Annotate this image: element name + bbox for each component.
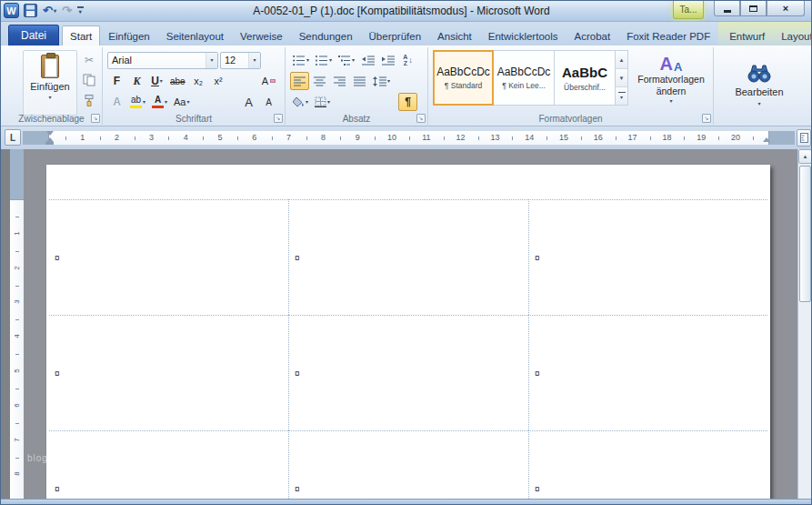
maximize-button[interactable]	[740, 1, 767, 16]
table-cell[interactable]: ¤	[288, 315, 528, 430]
bold-button[interactable]: F	[107, 72, 126, 90]
tab-datei[interactable]: Datei	[8, 25, 59, 45]
strikethrough-button[interactable]: abe	[167, 72, 188, 90]
tab-acrobat[interactable]: Acrobat	[566, 25, 619, 45]
ruler-toggle-button[interactable]	[797, 129, 811, 146]
highlight-color-button[interactable]: ab ▾	[127, 93, 148, 111]
grow-font-button[interactable]: A	[239, 93, 258, 111]
ruler-tick	[15, 251, 19, 252]
superscript-button[interactable]: x²	[209, 72, 228, 90]
style-item-standard[interactable]: AaBbCcDc ¶ Standard	[433, 50, 494, 106]
tab-einf-gen[interactable]: Einfügen	[100, 25, 157, 45]
title-bar: W ↶▾ ↷ ▾ A-0052-01_P (1).doc [Kompatibil…	[1, 1, 811, 22]
tab-layout[interactable]: Layout	[773, 25, 812, 45]
table-cell[interactable]: ¤	[528, 199, 767, 315]
change-case-icon: Aa	[174, 96, 185, 107]
close-button[interactable]: ×	[767, 1, 805, 16]
font-size-select[interactable]: 12 ▾	[220, 52, 261, 69]
show-formatting-marks-button[interactable]: ¶	[398, 93, 417, 111]
undo-button[interactable]: ↶▾	[42, 3, 57, 18]
table-cell[interactable]: ¤	[49, 315, 288, 430]
vertical-ruler[interactable]: 12345678	[10, 149, 24, 499]
dialog-launcher-icon[interactable]: ↘	[91, 114, 100, 123]
font-name-value: Arial	[112, 55, 132, 66]
font-name-select[interactable]: Arial ▾	[107, 52, 218, 69]
increase-indent-button[interactable]	[378, 51, 397, 69]
subscript-button[interactable]: x₂	[189, 72, 208, 90]
table-cell[interactable]: ¤	[528, 430, 767, 499]
minimize-button[interactable]	[714, 1, 740, 16]
sort-button[interactable]: AZ ↓	[398, 51, 417, 69]
align-right-button[interactable]	[330, 72, 349, 90]
vertical-scrollbar[interactable]: ▲	[797, 149, 811, 499]
tab-verweise[interactable]: Verweise	[232, 25, 291, 45]
dialog-launcher-icon[interactable]: ↘	[416, 114, 426, 123]
italic-button[interactable]: K	[127, 72, 146, 90]
borders-button[interactable]: ▾	[312, 93, 333, 111]
align-center-button[interactable]	[310, 72, 329, 90]
numbering-button[interactable]: ▾	[313, 51, 335, 69]
bullets-button[interactable]: ▾	[290, 51, 312, 69]
table-tools-contextual-tab[interactable]: Ta...	[673, 1, 704, 19]
scroll-up-icon[interactable]: ▲	[798, 149, 811, 164]
tab--berpr-fen[interactable]: Überprüfen	[361, 25, 430, 45]
multilevel-list-button[interactable]: ▾	[336, 51, 357, 69]
watermark: blog	[27, 453, 48, 463]
multilevel-list-icon	[338, 56, 351, 66]
hanging-indent-marker[interactable]	[46, 134, 54, 142]
ruler-tick	[650, 136, 651, 140]
tab-entwurf[interactable]: Entwurf	[721, 25, 773, 45]
gallery-up-icon[interactable]: ▲	[616, 51, 627, 69]
editing-button[interactable]: Bearbeiten ▾	[719, 51, 799, 118]
left-indent-marker[interactable]	[45, 142, 54, 145]
word-logo-icon[interactable]: W	[4, 3, 19, 18]
qat-customize-button[interactable]: ▾	[76, 3, 85, 18]
paste-button[interactable]: Einfügen ▾	[23, 50, 77, 116]
ruler-tick	[203, 136, 204, 140]
text-effects-button[interactable]: A	[107, 93, 126, 111]
document-page[interactable]: ¤¤¤¤¤¤¤¤¤	[46, 165, 770, 499]
shrink-font-button[interactable]: A	[259, 93, 278, 111]
dialog-launcher-icon[interactable]: ↘	[274, 114, 283, 123]
align-left-button[interactable]	[290, 72, 309, 90]
tab-foxit-reader-pdf[interactable]: Foxit Reader PDF	[618, 25, 718, 45]
save-button[interactable]	[23, 3, 38, 18]
decrease-indent-button[interactable]	[358, 51, 377, 69]
chevron-down-icon[interactable]: ▾	[248, 53, 260, 68]
horizontal-ruler[interactable]: 1234567891011121314151617181920	[23, 131, 795, 145]
table-cell[interactable]: ¤	[288, 430, 528, 499]
left-edge	[1, 149, 10, 499]
tab-seitenlayout[interactable]: Seitenlayout	[158, 25, 232, 45]
line-spacing-button[interactable]: ▾	[370, 72, 393, 90]
style-item-kein-leerraum[interactable]: AaBbCcDc ¶ Kein Lee...	[494, 50, 555, 106]
scrollbar-thumb[interactable]	[799, 166, 811, 302]
underline-button[interactable]: U▾	[147, 72, 166, 90]
font-color-button[interactable]: A ▾	[149, 93, 170, 111]
change-styles-button[interactable]: AA Formatvorlagen ändern ▾	[634, 50, 708, 110]
clear-formatting-button[interactable]: A	[259, 72, 278, 90]
justify-button[interactable]	[350, 72, 369, 90]
format-painter-button[interactable]	[80, 92, 98, 108]
copy-button[interactable]	[80, 72, 98, 88]
format-painter-icon	[84, 95, 95, 106]
chevron-down-icon[interactable]: ▾	[206, 53, 217, 68]
table-cell[interactable]: ¤	[288, 199, 528, 315]
ruler-number: 5	[13, 366, 21, 377]
tab-start[interactable]: Start	[62, 25, 100, 45]
tab-sendungen[interactable]: Sendungen	[291, 25, 361, 45]
table-cell[interactable]: ¤	[528, 315, 767, 430]
gallery-more-button[interactable]: ▾	[616, 87, 627, 105]
right-indent-marker[interactable]	[763, 134, 770, 142]
change-case-button[interactable]: Aa▾	[171, 93, 192, 111]
gallery-down-icon[interactable]: ▼	[616, 69, 627, 87]
tab-entwicklertools[interactable]: Entwicklertools	[480, 25, 566, 45]
table-cell[interactable]: ¤	[49, 199, 288, 315]
redo-button[interactable]: ↷	[61, 3, 73, 18]
style-item-ueberschrift[interactable]: AaBbC Überschrif...	[555, 50, 616, 106]
shading-button[interactable]: ▾	[290, 93, 311, 111]
dialog-launcher-icon[interactable]: ↘	[702, 114, 711, 123]
cut-button[interactable]: ✂	[80, 52, 98, 68]
tab-stop-selector[interactable]: L	[5, 129, 21, 146]
tab-ansicht[interactable]: Ansicht	[429, 25, 480, 45]
table-cell[interactable]: ¤	[49, 430, 288, 499]
